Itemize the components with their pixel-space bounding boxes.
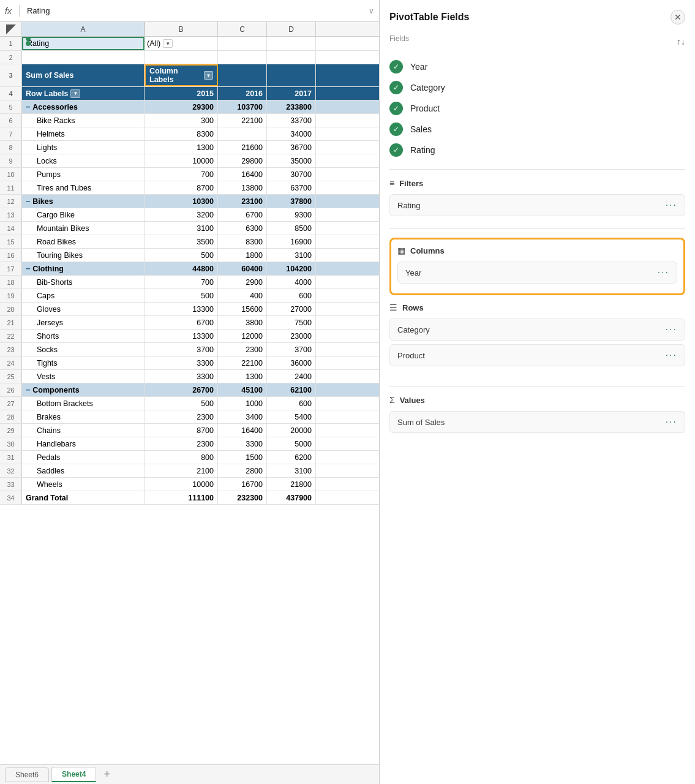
table-row: 30 Handlebars 2300 3300 5000 bbox=[0, 437, 379, 451]
divider-3 bbox=[389, 386, 685, 386]
filters-section-label: Filters bbox=[399, 179, 423, 188]
table-row: 26 −Components 26700 45100 62100 bbox=[0, 383, 379, 397]
row-num-21: 21 bbox=[0, 316, 22, 329]
sheet-tab-sheet6[interactable]: Sheet6 bbox=[5, 767, 49, 782]
col-header-b[interactable]: B bbox=[145, 22, 218, 36]
col-header-d[interactable]: D bbox=[267, 22, 316, 36]
cell-7d: 34000 bbox=[267, 127, 316, 140]
row-num-14: 14 bbox=[0, 222, 22, 235]
cell-24d: 36000 bbox=[267, 356, 316, 369]
cell-12a: −Bikes bbox=[22, 195, 145, 208]
columns-section-header: ▦ Columns bbox=[397, 246, 677, 255]
row-labels-dropdown-icon[interactable]: ▼ bbox=[70, 89, 80, 98]
add-sheet-button[interactable]: + bbox=[99, 768, 115, 781]
values-section-label: Values bbox=[400, 396, 425, 405]
filter-dropdown-icon[interactable]: ▼ bbox=[163, 39, 173, 48]
field-item-rating[interactable]: ✓ Rating bbox=[389, 140, 685, 160]
values-icon: Σ bbox=[389, 395, 395, 405]
column-item-year[interactable]: Year ··· bbox=[397, 262, 677, 284]
field-checkbox-rating[interactable]: ✓ bbox=[389, 143, 403, 157]
cell-1b[interactable]: (All) ▼ bbox=[145, 37, 218, 50]
filter-item-rating[interactable]: Rating ··· bbox=[389, 194, 685, 216]
cell-18d: 4000 bbox=[267, 276, 316, 288]
rows-section-label: Rows bbox=[402, 303, 424, 312]
value-item-sum-of-sales-label: Sum of Sales bbox=[397, 418, 445, 427]
field-item-product[interactable]: ✓ Product bbox=[389, 98, 685, 119]
row-num-26: 26 bbox=[0, 383, 22, 396]
row-num-10: 10 bbox=[0, 168, 22, 181]
cell-32b: 2100 bbox=[145, 464, 218, 477]
table-row: 34 Grand Total 111100 232300 437900 bbox=[0, 491, 379, 505]
field-item-sales[interactable]: ✓ Sales bbox=[389, 119, 685, 140]
table-row: 23 Socks 3700 2300 3700 bbox=[0, 343, 379, 356]
cell-10c: 16400 bbox=[218, 168, 267, 181]
cell-28a: Brakes bbox=[22, 410, 145, 423]
cell-21b: 6700 bbox=[145, 316, 218, 329]
row-item-category-menu-icon[interactable]: ··· bbox=[666, 324, 677, 335]
table-row: 7 Helmets 8300 34000 bbox=[0, 127, 379, 141]
cell-33a: Wheels bbox=[22, 478, 145, 491]
formula-dropdown-icon[interactable]: ∨ bbox=[369, 7, 374, 15]
cell-21c: 3800 bbox=[218, 316, 267, 329]
col-header-a[interactable]: A bbox=[22, 22, 145, 36]
sort-fields-icon[interactable]: ↑↓ bbox=[677, 37, 685, 47]
column-labels-dropdown-icon[interactable]: ▼ bbox=[204, 71, 213, 80]
table-row: 6 Bike Racks 300 22100 33700 bbox=[0, 114, 379, 127]
cell-6c: 22100 bbox=[218, 114, 267, 127]
cell-22c: 12000 bbox=[218, 330, 267, 342]
table-row: 18 Bib-Shorts 700 2900 4000 bbox=[0, 276, 379, 289]
value-item-sum-of-sales-menu-icon[interactable]: ··· bbox=[666, 417, 677, 428]
field-checkbox-category[interactable]: ✓ bbox=[389, 81, 403, 94]
cell-7c bbox=[218, 127, 267, 140]
row-num-28: 28 bbox=[0, 410, 22, 423]
cell-24b: 3300 bbox=[145, 356, 218, 369]
row-item-category[interactable]: Category ··· bbox=[389, 318, 685, 341]
row-num-31: 31 bbox=[0, 451, 22, 464]
field-label-category: Category bbox=[410, 83, 445, 92]
field-checkbox-sales[interactable]: ✓ bbox=[389, 123, 403, 136]
row-item-product-menu-icon[interactable]: ··· bbox=[666, 350, 677, 361]
table-row: 9 Locks 10000 29800 35000 bbox=[0, 154, 379, 168]
row-num-29: 29 bbox=[0, 424, 22, 437]
sheet-tab-sheet4[interactable]: Sheet4 bbox=[51, 767, 96, 782]
cell-13c: 6700 bbox=[218, 208, 267, 221]
row-num-22: 22 bbox=[0, 330, 22, 342]
cell-18b: 700 bbox=[145, 276, 218, 288]
cell-27c: 1000 bbox=[218, 397, 267, 410]
cell-20a: Gloves bbox=[22, 303, 145, 315]
cell-2d bbox=[267, 51, 316, 64]
table-row: 12 −Bikes 10300 23100 37800 bbox=[0, 195, 379, 208]
cell-10d: 30700 bbox=[267, 168, 316, 181]
cell-3d bbox=[267, 64, 316, 86]
row-item-product[interactable]: Product ··· bbox=[389, 344, 685, 366]
cell-25c: 1300 bbox=[218, 370, 267, 383]
field-checkbox-year[interactable]: ✓ bbox=[389, 60, 403, 74]
cell-19d: 600 bbox=[267, 289, 316, 302]
cell-3a: Sum of Sales bbox=[22, 64, 145, 86]
row-num-27: 27 bbox=[0, 397, 22, 410]
cell-22a: Shorts bbox=[22, 330, 145, 342]
cell-34c: 232300 bbox=[218, 491, 267, 504]
cell-23d: 3700 bbox=[267, 343, 316, 356]
value-item-sum-of-sales[interactable]: Sum of Sales ··· bbox=[389, 411, 685, 433]
cell-2b bbox=[145, 51, 218, 64]
filter-item-rating-menu-icon[interactable]: ··· bbox=[666, 200, 677, 211]
table-row: 24 Tights 3300 22100 36000 bbox=[0, 356, 379, 370]
rows-section: ☰ Rows Category ··· Product ··· bbox=[389, 303, 685, 370]
field-item-category[interactable]: ✓ Category bbox=[389, 77, 685, 98]
cell-18a: Bib-Shorts bbox=[22, 276, 145, 288]
col-header-c[interactable]: C bbox=[218, 22, 267, 36]
cell-29c: 16400 bbox=[218, 424, 267, 437]
column-labels-cell[interactable]: Column Labels ▼ bbox=[145, 64, 218, 86]
field-checkbox-product[interactable]: ✓ bbox=[389, 102, 403, 115]
cell-1a[interactable]: Rating bbox=[22, 37, 145, 50]
cell-30a: Handlebars bbox=[22, 437, 145, 450]
field-item-year[interactable]: ✓ Year bbox=[389, 56, 685, 77]
cell-4a[interactable]: Row Labels ▼ bbox=[22, 87, 145, 100]
close-pivot-panel-button[interactable]: ✕ bbox=[671, 10, 685, 24]
cell-14c: 6300 bbox=[218, 222, 267, 235]
cell-17a: −Clothing bbox=[22, 262, 145, 275]
cell-13b: 3200 bbox=[145, 208, 218, 221]
field-label-rating: Rating bbox=[410, 145, 435, 155]
column-item-year-menu-icon[interactable]: ··· bbox=[658, 267, 669, 278]
